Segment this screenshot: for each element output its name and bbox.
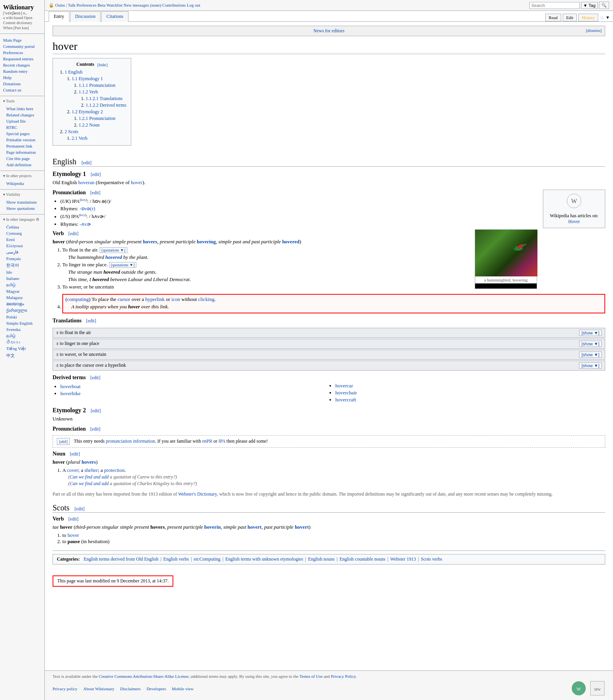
pronunciation-info-link[interactable]: pronunciation information (106, 438, 155, 444)
sidebar-lang-francais[interactable]: Français (0, 255, 44, 262)
sidebar-item-printable[interactable]: Printable version (0, 137, 44, 143)
sidebar-lang-simple-english[interactable]: Simple English (0, 320, 44, 326)
can-we-find-link-2[interactable]: Can we find and add (70, 481, 109, 486)
tab-discussion[interactable]: Discussion (70, 11, 101, 22)
terms-of-use-link[interactable]: Terms of Use (299, 674, 322, 679)
sidebar-item-help[interactable]: Help (0, 74, 44, 81)
etymology1-edit-anchor[interactable]: [edit] (91, 172, 101, 177)
sidebar-tools-toggle[interactable]: Tools (0, 98, 44, 104)
tab-read[interactable]: Read (545, 14, 561, 21)
footer-disclaimers[interactable]: Disclaimers (120, 686, 141, 691)
sidebar-visibility-toggle[interactable]: Visibility (0, 191, 44, 198)
can-we-find-link-1[interactable]: Can we find and add (70, 474, 109, 480)
category-webster[interactable]: Webster 1913 (390, 556, 416, 562)
toc-link-2[interactable]: 2 Scots (65, 129, 78, 134)
cover-link[interactable]: cover (67, 467, 78, 473)
shelter-link[interactable]: shelter (85, 467, 98, 473)
sidebar-item-cite[interactable]: Cite this page (0, 155, 44, 162)
sidebar-lang-svenska[interactable]: Svenska (0, 326, 44, 332)
sidebar-lang-malayalam[interactable]: മലയാളം (0, 301, 44, 307)
toc-link-1-1-2[interactable]: 1.1.2 Verb (79, 89, 98, 95)
sidebar-lang-malagasy[interactable]: Malagasy (0, 294, 44, 301)
hovers-plural-link[interactable]: hovers (81, 459, 96, 465)
header-beta-link[interactable]: Beta (98, 3, 106, 7)
toc-link-1-2[interactable]: 1.2 Etymology 2 (72, 109, 103, 114)
header-talk-link[interactable]: Talk (68, 3, 75, 7)
hoverbike-link[interactable]: hoverbike (60, 390, 81, 396)
sidebar-item-what-links[interactable]: What links here (0, 106, 44, 112)
sidebar-lang-magyar[interactable]: Magyar (0, 288, 44, 294)
etymology2-edit-anchor[interactable]: [edit] (91, 408, 101, 413)
quotations-toggle-1[interactable]: [quotations ▼] (100, 247, 127, 253)
sidebar-lang-vietnamese[interactable]: Tiếng Việt (0, 345, 44, 352)
sidebar-lang-tamil[interactable]: தமிழ் (0, 281, 44, 288)
sidebar-item-show-quotations[interactable]: Show quotations (0, 205, 44, 211)
hovert-link1[interactable]: hovert (248, 524, 262, 530)
sidebar-item-contact-us[interactable]: Contact us (0, 87, 44, 93)
tab-entry[interactable]: Entry (49, 11, 69, 22)
header-preferences-link[interactable]: Preferences (76, 3, 96, 7)
privacy-policy-link[interactable]: Privacy Policy (331, 674, 356, 679)
translation-show-4[interactable]: [show ▼] (579, 362, 602, 369)
sidebar-lang-georgian[interactable]: ქართული (0, 307, 44, 314)
ipa-link[interactable]: IPA (218, 438, 225, 444)
sidebar-item-recent-changes[interactable]: Recent changes (0, 62, 44, 68)
hovercar-link[interactable]: hovercar (335, 383, 353, 389)
pronunciation-edit-anchor[interactable]: [edit] (90, 190, 100, 195)
toc-link-1-1[interactable]: 1.1 Etymology 1 (72, 76, 103, 81)
scots-verb-edit-anchor[interactable]: [edit] (69, 516, 79, 522)
toc-link-2-1[interactable]: 2.1 Verb (72, 135, 87, 141)
sidebar-item-donations[interactable]: Donations (0, 81, 44, 87)
sidebar-item-show-translations[interactable]: Show translations (0, 199, 44, 205)
hover-link[interactable]: hover (131, 179, 143, 185)
expand-icon[interactable]: ⤢ (475, 283, 537, 288)
hoverchair-link[interactable]: hoverchair (335, 390, 357, 396)
translations-edit-anchor[interactable]: [edit] (86, 318, 96, 324)
sidebar-item-page-info[interactable]: Page information (0, 149, 44, 155)
scots-hover-link[interactable]: hover (67, 532, 79, 538)
sidebar-item-upload-file[interactable]: Upload file (0, 118, 44, 124)
category-computing[interactable]: en:Computing (194, 556, 220, 562)
sidebar-item-rtrc[interactable]: RTRC (0, 124, 44, 130)
category-old-english[interactable]: English terms derived from Old English (84, 556, 159, 562)
clicking-link[interactable]: clicking (198, 296, 215, 302)
hovercraft-link[interactable]: hovercraft (335, 397, 356, 403)
sidebar-lang-cymraeg[interactable]: Cymraeg (0, 230, 44, 236)
ipa-key-link-1[interactable]: key (81, 198, 86, 202)
category-english-nouns[interactable]: English nouns (308, 556, 335, 562)
rhymes-link-2[interactable]: -ʌvɚ (79, 221, 91, 227)
toc-link-1-2-1[interactable]: 1.2.1 Pronunciation (79, 116, 115, 121)
protection-link[interactable]: protection (104, 467, 125, 473)
english-edit-anchor[interactable]: [edit] (81, 160, 92, 165)
hoverin-link[interactable]: hoverin (204, 524, 221, 530)
news-link[interactable]: News for editors (314, 28, 345, 33)
sidebar-lang-chinese[interactable]: 中文 (0, 352, 44, 359)
sidebar-lang-korean[interactable]: 한국어 (0, 262, 44, 269)
enpr-link[interactable]: enPR (202, 438, 212, 444)
footer-developers[interactable]: Developers (146, 686, 166, 691)
header-logout-link[interactable]: Log out (187, 3, 201, 7)
toc-link-1-1-2-2[interactable]: 1.1.2.2 Derived terms (86, 102, 126, 108)
sidebar-item-wikipedia[interactable]: Wikipedia (0, 180, 44, 186)
toc-link-1-2-2[interactable]: 1.2.2 Noun (79, 122, 100, 128)
translation-show-1[interactable]: [show ▼] (579, 330, 602, 336)
computing-link[interactable]: computing (67, 296, 89, 302)
translation-show-2[interactable]: [show ▼] (579, 341, 602, 347)
sidebar-lang-telugu[interactable]: తెలుగు (0, 339, 44, 345)
hyperlink-link[interactable]: hyperlink (145, 296, 165, 302)
icon-link[interactable]: icon (171, 296, 180, 302)
hovers-link[interactable]: hovers (143, 239, 157, 244)
pronunciation2-edit-anchor[interactable]: [edit] (90, 426, 100, 432)
hovered-link[interactable]: hovered (282, 239, 299, 244)
verb-edit-anchor[interactable]: [edit] (69, 231, 79, 236)
dropdown-icon[interactable]: ▾ (606, 14, 609, 21)
hovering-link[interactable]: hovering (197, 239, 216, 244)
category-unknown-etymologies[interactable]: English terms with unknown etymologies (225, 556, 303, 562)
toc-link-1[interactable]: 1 English (65, 69, 83, 75)
sidebar-item-community-portal[interactable]: Community portal (0, 43, 44, 49)
header-watchlist-link[interactable]: Watchlist (106, 3, 122, 7)
sidebar-item-random-entry[interactable]: Random entry (0, 68, 44, 74)
sidebar-lang-cestina[interactable]: Čeština (0, 224, 44, 230)
sidebar-lang-tamil2[interactable]: தமிழ் (0, 332, 44, 339)
sidebar-item-special-pages[interactable]: Special pages (0, 130, 44, 137)
